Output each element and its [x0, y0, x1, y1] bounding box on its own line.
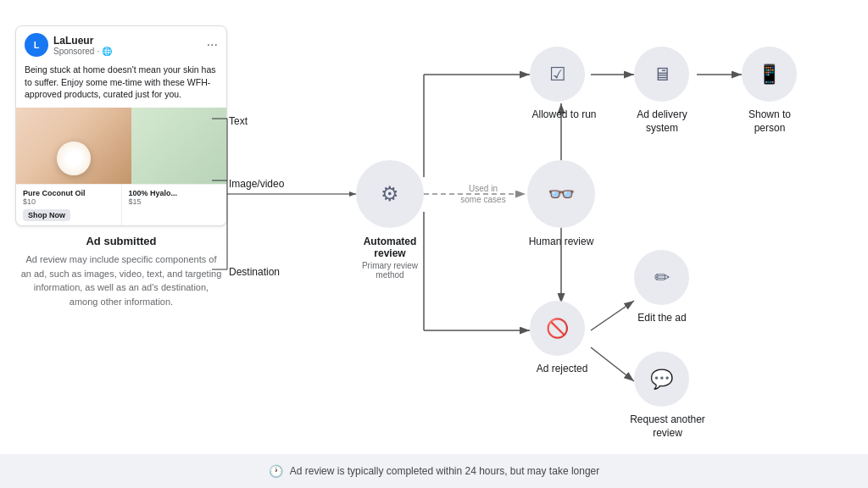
request-review-node: 💬: [634, 352, 689, 407]
ad-rejected-label: Ad rejected: [524, 363, 600, 374]
shown-to-person-label: Shown to person: [736, 108, 804, 135]
shown-to-person-node: 📱: [742, 47, 797, 102]
destination-label: Destination: [229, 263, 280, 279]
product2-price: $15: [129, 197, 220, 206]
edit-ad-label: Edit the ad: [628, 312, 696, 324]
ad-section: L LaLueur Sponsored · 🌐 ··· Being stuck …: [15, 25, 227, 308]
avatar: L: [25, 33, 48, 57]
ad-menu-icon: ···: [207, 37, 218, 53]
clock-icon: 🕐: [269, 464, 283, 478]
check-document-icon: ☑: [549, 64, 566, 86]
bottom-bar-text: Ad review is typically completed within …: [290, 465, 600, 477]
request-review-label: Request another review: [627, 413, 708, 440]
person-screen-icon: 📱: [758, 64, 781, 86]
ad-product-row: Pure Coconut Oil $10 Shop Now 100% Hyalo…: [16, 184, 226, 225]
ad-body-text: Being stuck at home doesn't mean your sk…: [16, 64, 226, 108]
ad-card: L LaLueur Sponsored · 🌐 ··· Being stuck …: [15, 25, 227, 226]
ad-rejected-node: 🚫: [530, 301, 585, 356]
text-label: Text: [229, 113, 248, 128]
ad-submitted-description: Ad review may include specific component…: [15, 252, 227, 308]
ad-product-2: 100% Hyalo... $15: [122, 185, 227, 225]
bottom-bar: 🕐 Ad review is typically completed withi…: [0, 454, 868, 488]
ad-image-main: [16, 108, 131, 184]
ad-submitted-title: Ad submitted: [15, 235, 227, 247]
human-review-label: Human review: [523, 236, 599, 247]
edit-icon: ✏: [654, 267, 670, 289]
ad-delivery-system-node: 🖥: [634, 47, 689, 102]
main-container: L LaLueur Sponsored · 🌐 ··· Being stuck …: [0, 0, 868, 488]
automated-review-node: ⚙: [356, 160, 424, 228]
image-video-label: Image/video: [229, 175, 284, 191]
automated-review-label: Automated review Primary review method: [352, 236, 428, 280]
alert-icon: 💬: [650, 369, 673, 391]
gear-icon: ⚙: [381, 182, 399, 206]
sponsored-label: Sponsored · 🌐: [53, 47, 207, 56]
product2-name: 100% Hyalo...: [129, 189, 220, 197]
human-review-node: 👓: [527, 160, 595, 228]
reject-icon: 🚫: [546, 318, 569, 340]
ad-delivery-system-label: Ad delivery system: [628, 108, 696, 135]
product1-name: Pure Coconut Oil: [23, 189, 114, 197]
used-in-some-cases-label: Used in some cases: [449, 183, 517, 205]
brand-name: LaLueur: [53, 35, 207, 47]
ad-card-header: L LaLueur Sponsored · 🌐 ···: [16, 26, 226, 64]
glasses-icon: 👓: [548, 181, 575, 208]
ad-image-sub: [131, 108, 226, 184]
ad-product-1: Pure Coconut Oil $10 Shop Now: [16, 185, 122, 225]
allowed-to-run-node: ☑: [530, 47, 585, 102]
product1-price: $10: [23, 197, 114, 206]
brand-info: LaLueur Sponsored · 🌐: [53, 35, 207, 56]
ad-images: [16, 108, 226, 184]
edit-ad-node: ✏: [634, 250, 689, 305]
shop-now-button[interactable]: Shop Now: [23, 209, 70, 221]
delivery-icon: 🖥: [653, 64, 671, 86]
allowed-to-run-label: Allowed to run: [524, 108, 604, 120]
